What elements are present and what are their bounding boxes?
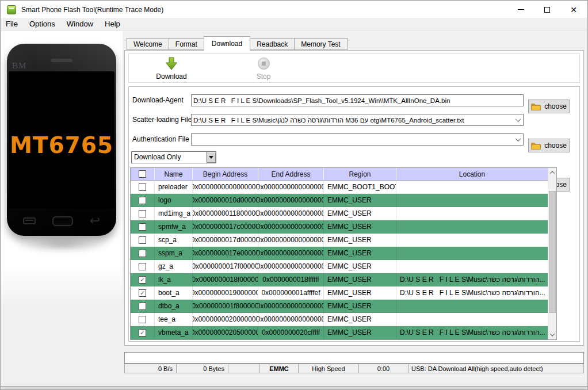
status-storage: EMMC <box>260 364 299 373</box>
row-checkbox[interactable] <box>139 289 146 297</box>
auth-dropdown-button[interactable] <box>513 134 523 145</box>
auth-file-input[interactable] <box>192 135 513 144</box>
cell-region: EMMC_USER <box>324 260 396 273</box>
scrollbar-thumb[interactable] <box>549 191 556 313</box>
cell-end: 0x0000000000000000 <box>258 181 324 194</box>
download-agent-label: Download-Agent <box>132 94 190 106</box>
menu-options[interactable]: Options <box>24 18 61 30</box>
scatter-file-input[interactable] <box>192 115 513 125</box>
table-row[interactable]: dtbo_a 0x000000001f800000 0x000000000000… <box>131 300 548 313</box>
download-options-group: Download-Agent choose Scatter-loading Fi… <box>128 86 580 342</box>
folder-icon <box>531 103 541 110</box>
row-checkbox[interactable] <box>139 210 146 217</box>
phone-image: BM MT6765 ↩ <box>7 44 116 236</box>
scroll-up-button[interactable] <box>548 168 556 177</box>
table-row[interactable]: md1img_a 0x0000000011800000 0x0000000000… <box>131 207 548 220</box>
download-mode-dropdown-button[interactable] <box>206 152 216 163</box>
toolbar: Download Stop <box>128 53 580 83</box>
tab-readback[interactable]: Readback <box>250 38 295 50</box>
cell-region: EMMC_USER <box>324 286 396 300</box>
scatter-file-field <box>191 114 524 126</box>
download-agent-choose-button[interactable]: choose <box>528 100 570 113</box>
cell-region: EMMC_USER <box>324 234 396 247</box>
cell-location: D:\U S E R F I L E S\Music\הורדות\גרסה כ… <box>396 273 548 286</box>
tab-download[interactable]: Download <box>204 36 250 51</box>
cell-region: EMMC_USER <box>324 313 396 326</box>
cell-end: 0x0000000000000000 <box>258 313 324 326</box>
row-checkbox[interactable] <box>139 223 146 231</box>
download-agent-input[interactable] <box>192 95 523 105</box>
download-tab-page: Download Stop Download-Agent choos <box>124 50 584 346</box>
col-begin-address[interactable]: Begin Address <box>193 168 258 180</box>
cell-region: EMMC_USER <box>324 194 396 207</box>
download-button[interactable]: Download <box>144 56 199 81</box>
cell-end: 0x0000000000000000 <box>258 260 324 273</box>
table-row[interactable]: vbmeta_a 0x0000000020500000 0x0000000020… <box>131 326 548 339</box>
col-end-address[interactable]: End Address <box>258 168 324 180</box>
auth-file-field <box>191 133 524 146</box>
menu-file[interactable]: File <box>1 18 24 30</box>
cell-begin: 0x0000000018f00000 <box>193 273 258 286</box>
row-checkbox[interactable] <box>139 316 146 323</box>
cell-location <box>396 300 548 313</box>
cell-end: 0x0000000000000000 <box>258 300 324 313</box>
cell-name: tee_a <box>155 313 193 326</box>
scroll-down-button[interactable] <box>548 330 556 339</box>
row-checkbox[interactable] <box>139 303 146 310</box>
download-agent-row: Download-Agent choose <box>129 94 579 108</box>
table-scrollbar[interactable] <box>548 168 556 339</box>
tab-format[interactable]: Format <box>169 38 204 50</box>
status-speed: 0 B/s <box>125 364 177 373</box>
app-window: Smart Phone Flash Tool(Runtime Trace Mod… <box>0 0 588 390</box>
table-row[interactable]: lk_a 0x0000000018f00000 0x0000000018ffff… <box>131 273 548 286</box>
cell-region: EMMC_USER <box>324 273 396 286</box>
cell-begin: 0x0000000020500000 <box>193 326 258 339</box>
phone-speaker <box>51 59 72 62</box>
table-row[interactable]: logo 0x0000000010d00000 0x00000000000000… <box>131 194 548 207</box>
select-all-checkbox[interactable] <box>139 170 146 178</box>
row-checkbox[interactable] <box>139 183 146 191</box>
table-row[interactable]: tee_a 0x0000000020000000 0x0000000000000… <box>131 313 548 326</box>
cell-begin: 0x0000000011800000 <box>193 207 258 220</box>
row-checkbox[interactable] <box>139 197 146 204</box>
cell-location <box>396 194 548 207</box>
stop-button[interactable]: Stop <box>236 56 291 81</box>
tab-memory-test[interactable]: Memory Test <box>294 38 347 50</box>
close-icon: ✕ <box>570 6 577 14</box>
maximize-button[interactable] <box>534 1 560 18</box>
table-row[interactable]: scp_a 0x0000000017d00000 0x0000000000000… <box>131 234 548 247</box>
cell-name: vbmeta_a <box>155 326 193 339</box>
row-checkbox[interactable] <box>139 250 146 257</box>
menu-window[interactable]: Window <box>61 18 99 30</box>
back-key-icon: ↩ <box>90 216 100 226</box>
cell-end: 0x0000000000000000 <box>258 207 324 220</box>
col-name[interactable]: Name <box>155 168 193 180</box>
scatter-dropdown-button[interactable] <box>513 114 523 125</box>
download-agent-field <box>191 94 524 106</box>
cell-location <box>396 220 548 234</box>
app-icon <box>7 5 16 14</box>
table-row[interactable]: sspm_a 0x0000000017e00000 0x000000000000… <box>131 247 548 260</box>
cell-name: preloader <box>155 181 193 194</box>
cell-location <box>396 207 548 220</box>
download-mode-select[interactable]: Download Only <box>131 151 216 163</box>
title-bar: Smart Phone Flash Tool(Runtime Trace Mod… <box>1 1 587 18</box>
table-row[interactable]: gz_a 0x0000000017f00000 0x00000000000000… <box>131 260 548 273</box>
col-location[interactable]: Location <box>396 168 548 180</box>
table-row[interactable]: preloader 0x0000000000000000 0x000000000… <box>131 181 548 194</box>
status-empty <box>228 364 260 373</box>
menu-help[interactable]: Help <box>99 18 126 30</box>
menu-bar: File Options Window Help <box>1 18 587 30</box>
row-checkbox[interactable] <box>139 276 146 284</box>
row-checkbox[interactable] <box>139 329 146 337</box>
progress-bar <box>124 352 584 364</box>
tab-welcome[interactable]: Welcome <box>127 38 169 50</box>
col-region[interactable]: Region <box>324 168 396 180</box>
close-button[interactable]: ✕ <box>560 1 587 18</box>
table-row[interactable]: spmfw_a 0x0000000017c00000 0x00000000000… <box>131 220 548 234</box>
cell-end: 0x0000000000000000 <box>258 247 324 260</box>
row-checkbox[interactable] <box>139 263 146 270</box>
table-row[interactable]: boot_a 0x0000000019000000 0x000000001aff… <box>131 286 548 300</box>
row-checkbox[interactable] <box>139 236 146 244</box>
minimize-button[interactable] <box>507 1 534 18</box>
